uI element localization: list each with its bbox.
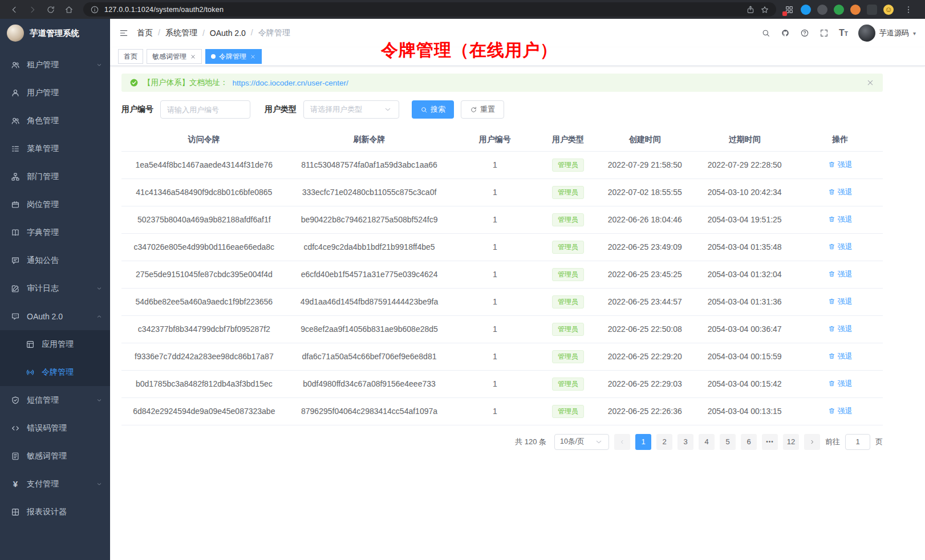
- breadcrumb-item-system[interactable]: 系统管理: [153, 28, 197, 38]
- more-pages-button[interactable]: •••: [762, 434, 778, 450]
- sidebar-item-menu-management[interactable]: 菜单管理: [0, 135, 110, 163]
- sidebar-item-sensitive-word[interactable]: 敏感词管理: [0, 442, 110, 470]
- extension-icon[interactable]: [850, 5, 861, 15]
- access-token-cell: 41c41346a548490f9dc8b01c6bfe0865: [121, 178, 287, 206]
- user-id-cell: 1: [452, 343, 538, 370]
- sidebar-item-tenant-management[interactable]: 租户管理: [0, 51, 110, 79]
- sidebar-item-post-management[interactable]: 岗位管理: [0, 190, 110, 218]
- github-icon[interactable]: [781, 29, 790, 38]
- tab-home[interactable]: 首页: [118, 49, 143, 64]
- sidebar-item-dict-management[interactable]: 字典管理: [0, 218, 110, 246]
- sidebar-item-app-management[interactable]: 应用管理: [0, 330, 110, 358]
- close-icon[interactable]: [866, 78, 875, 87]
- sidebar-item-error-code[interactable]: 错误码管理: [0, 414, 110, 442]
- close-icon[interactable]: [250, 54, 256, 60]
- extension-icon[interactable]: [784, 5, 794, 15]
- help-icon[interactable]: [800, 29, 809, 38]
- trash-icon: [828, 325, 835, 332]
- force-logout-button[interactable]: 强退: [828, 406, 853, 416]
- sidebar-item-sms-management[interactable]: 短信管理: [0, 386, 110, 414]
- page-button-3[interactable]: 3: [677, 434, 693, 450]
- force-logout-button[interactable]: 强退: [828, 269, 853, 279]
- force-logout-button[interactable]: 强退: [828, 351, 853, 362]
- refresh-token-cell: 9ce8ef2aa9f14056b831ae9b608e28d5: [287, 315, 452, 343]
- sidebar-item-label: 菜单管理: [27, 144, 59, 154]
- sidebar-item-user-management[interactable]: 用户管理: [0, 79, 110, 107]
- tab-token-management[interactable]: 令牌管理: [205, 49, 262, 64]
- sidebar-item-token-management[interactable]: 令牌管理: [0, 358, 110, 386]
- forward-icon[interactable]: [28, 5, 37, 14]
- extension-icon[interactable]: [817, 5, 827, 15]
- trash-icon: [828, 407, 835, 415]
- search-button[interactable]: 搜索: [412, 100, 454, 119]
- user-type-tag: 管理员: [552, 186, 584, 199]
- force-logout-button[interactable]: 强退: [828, 242, 853, 252]
- close-icon[interactable]: [190, 54, 196, 60]
- user-type-select[interactable]: 请选择用户类型: [303, 100, 399, 119]
- search-icon[interactable]: [761, 29, 770, 38]
- reset-button[interactable]: 重置: [461, 100, 504, 119]
- refresh-token-cell: b0df4980ffd34c67a08f9156e4eee733: [287, 370, 452, 397]
- next-page-button[interactable]: [804, 434, 820, 450]
- window-icon: [26, 340, 35, 349]
- sidebar-item-label: 部门管理: [27, 172, 59, 182]
- force-logout-button[interactable]: 强退: [828, 379, 853, 389]
- sidebar-item-pay-management[interactable]: ¥ 支付管理: [0, 470, 110, 498]
- browser-menu-icon[interactable]: [904, 5, 913, 14]
- extension-icon[interactable]: [834, 5, 844, 15]
- force-logout-button[interactable]: 强退: [828, 297, 853, 307]
- force-logout-button[interactable]: 强退: [828, 187, 853, 197]
- doc-link[interactable]: https://doc.iocoder.cn/user-center/: [233, 79, 348, 87]
- extension-icon[interactable]: [801, 5, 811, 15]
- force-logout-button[interactable]: 强退: [828, 214, 853, 225]
- users-icon: [11, 60, 20, 70]
- sidebar-item-audit-log[interactable]: 审计日志: [0, 274, 110, 302]
- page-size-select[interactable]: 10条/页: [554, 434, 609, 450]
- access-token-cell: c347026e805e4d99b0d116eae66eda8c: [121, 233, 287, 261]
- font-size-icon[interactable]: TT: [839, 29, 848, 38]
- user-menu[interactable]: 芋道源码 ▾: [858, 25, 916, 42]
- browser-profile-avatar[interactable]: ☺: [883, 5, 894, 15]
- tab-sensitive-word[interactable]: 敏感词管理: [147, 49, 202, 64]
- force-logout-button[interactable]: 强退: [828, 324, 853, 334]
- sidebar-item-label: 审计日志: [27, 283, 59, 294]
- shield-icon: [11, 396, 20, 405]
- page-button-2[interactable]: 2: [656, 434, 672, 450]
- trash-icon: [828, 243, 835, 250]
- refresh-token-cell: dfa6c71a50a54c66bef706ef9e6e8d81: [287, 343, 452, 370]
- sidebar-item-role-management[interactable]: 角色管理: [0, 107, 110, 135]
- page-button-1[interactable]: 1: [635, 434, 651, 450]
- expires-cell: 2054-03-04 00:36:47: [692, 315, 798, 343]
- user-id-input[interactable]: [160, 100, 250, 119]
- back-icon[interactable]: [10, 5, 19, 14]
- prev-page-button[interactable]: [614, 434, 630, 450]
- page-button-4[interactable]: 4: [699, 434, 715, 450]
- chevron-down-icon: [96, 397, 103, 404]
- created-cell: 2022-06-25 23:44:57: [598, 288, 692, 315]
- page-button-5[interactable]: 5: [720, 434, 736, 450]
- bookmark-star-icon[interactable]: [760, 5, 769, 14]
- share-icon[interactable]: [746, 5, 755, 14]
- app-logo[interactable]: 芋道管理系统: [0, 19, 110, 47]
- force-logout-button[interactable]: 强退: [828, 160, 853, 170]
- home-icon[interactable]: [64, 5, 74, 14]
- breadcrumb-item-home[interactable]: 首页: [137, 28, 153, 38]
- chevron-down-icon: [594, 437, 603, 447]
- page-button-12[interactable]: 12: [783, 434, 799, 450]
- extension-icon[interactable]: [867, 5, 877, 15]
- sidebar-item-notice[interactable]: 通知公告: [0, 246, 110, 274]
- page-button-6[interactable]: 6: [741, 434, 757, 450]
- breadcrumb-item-oauth2[interactable]: OAuth 2.0: [197, 29, 246, 38]
- reload-icon[interactable]: [46, 5, 55, 14]
- hamburger-icon[interactable]: [119, 29, 128, 38]
- fullscreen-icon[interactable]: [819, 29, 829, 38]
- user-id-cell: 1: [452, 288, 538, 315]
- sidebar-item-oauth2[interactable]: OAuth 2.0: [0, 302, 110, 330]
- site-info-icon[interactable]: [90, 5, 99, 14]
- goto-page-input[interactable]: [845, 434, 870, 450]
- sidebar-item-dept-management[interactable]: 部门管理: [0, 163, 110, 190]
- app-title: 芋道管理系统: [30, 28, 79, 39]
- sidebar-item-report-designer[interactable]: 报表设计器: [0, 498, 110, 526]
- user-type-tag: 管理员: [552, 378, 584, 391]
- address-bar[interactable]: 127.0.0.1:1024/system/oauth2/token: [83, 2, 776, 17]
